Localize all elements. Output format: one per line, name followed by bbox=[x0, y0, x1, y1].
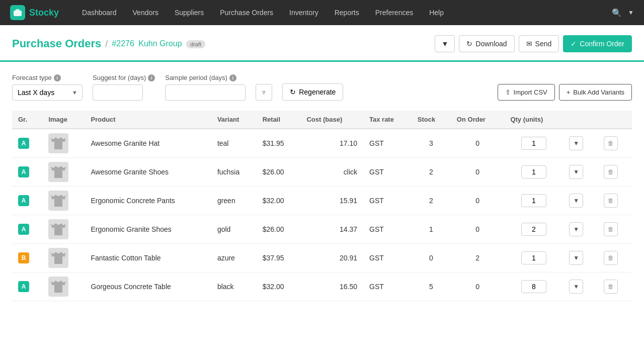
order-id-link[interactable]: #2276 bbox=[112, 39, 134, 48]
nav-inventory[interactable]: Inventory bbox=[281, 0, 327, 25]
cost-value: 15.91 bbox=[340, 197, 357, 205]
page-header: Purchase Orders / #2276 Kuhn Group draft… bbox=[0, 25, 644, 52]
cell-variant: teal bbox=[211, 129, 257, 158]
cell-product: Awesome Granite Hat bbox=[85, 129, 211, 158]
confirm-order-button[interactable]: ✓ Confirm Order bbox=[563, 35, 632, 52]
filter-button[interactable]: ▿ bbox=[256, 84, 272, 101]
qty-input[interactable] bbox=[521, 194, 546, 207]
cell-on-order: 0 bbox=[451, 187, 505, 215]
row-delete-button[interactable]: 🗑 bbox=[604, 280, 618, 294]
cell-variant: black bbox=[211, 273, 257, 301]
tax-rate: GST bbox=[369, 139, 384, 147]
row-delete-button[interactable]: 🗑 bbox=[604, 136, 618, 150]
main-content: Forecast type i Last X days ▼ Suggest fo… bbox=[0, 62, 644, 313]
import-csv-button[interactable]: ⇧ Import CSV bbox=[498, 84, 555, 101]
row-delete-button[interactable]: 🗑 bbox=[604, 251, 618, 265]
breadcrumb-main-link[interactable]: Purchase Orders bbox=[12, 37, 101, 50]
nav-suppliers[interactable]: Suppliers bbox=[167, 0, 212, 25]
cell-image bbox=[42, 187, 85, 215]
product-name: Fantastic Cotton Table bbox=[91, 254, 161, 262]
regenerate-button[interactable]: ↻ Regenerate bbox=[282, 83, 343, 101]
suggest-days-input[interactable]: 30 bbox=[93, 84, 143, 101]
search-icon[interactable]: 🔍 bbox=[612, 8, 622, 18]
product-image bbox=[48, 277, 68, 297]
cell-product: Fantastic Cotton Table bbox=[85, 244, 211, 273]
on-order-value: 0 bbox=[475, 139, 479, 147]
col-on-order: On Order bbox=[451, 111, 505, 129]
nav-vendors[interactable]: Vendors bbox=[125, 0, 167, 25]
qty-input[interactable] bbox=[521, 251, 546, 264]
retail-price: $37.95 bbox=[263, 254, 284, 262]
supplier-name-link[interactable]: Kuhn Group bbox=[138, 39, 182, 48]
nav-dashboard[interactable]: Dashboard bbox=[74, 0, 125, 25]
cell-variant: green bbox=[211, 187, 257, 215]
nav-preferences[interactable]: Preferences bbox=[367, 0, 421, 25]
nav-help[interactable]: Help bbox=[421, 0, 452, 25]
svg-rect-1 bbox=[16, 9, 20, 12]
cell-tax: GST bbox=[363, 129, 412, 158]
download-icon: ↻ bbox=[466, 40, 472, 48]
row-delete-button[interactable]: 🗑 bbox=[604, 165, 618, 179]
on-order-value: 0 bbox=[475, 168, 479, 176]
forecast-type-select[interactable]: Last X days bbox=[12, 84, 83, 101]
nav-purchase-orders[interactable]: Purchase Orders bbox=[212, 0, 281, 25]
product-image bbox=[48, 133, 68, 153]
cell-qty bbox=[504, 244, 563, 273]
row-dropdown-button[interactable]: ▼ bbox=[569, 136, 583, 150]
cell-image bbox=[42, 129, 85, 158]
cell-row-dropdown: ▼ bbox=[563, 158, 597, 187]
forecast-type-label: Forecast type i bbox=[12, 74, 83, 81]
products-table: Gr. Image Product Variant Retail Cost (b… bbox=[12, 111, 632, 301]
sample-period-input[interactable]: 60 bbox=[165, 84, 246, 101]
sample-period-info-icon[interactable]: i bbox=[229, 74, 236, 81]
col-qty: Qty (units) bbox=[504, 111, 563, 129]
qty-input[interactable] bbox=[521, 165, 546, 178]
cell-image bbox=[42, 215, 85, 244]
retail-price: $31.95 bbox=[263, 139, 284, 147]
product-image bbox=[48, 191, 68, 211]
suggest-days-info-icon[interactable]: i bbox=[148, 74, 155, 81]
forecast-type-group: Forecast type i Last X days ▼ bbox=[12, 74, 83, 101]
row-dropdown-button[interactable]: ▼ bbox=[569, 280, 583, 294]
nav-reports[interactable]: Reports bbox=[327, 0, 367, 25]
cell-cost: 20.91 bbox=[300, 244, 363, 273]
qty-input[interactable] bbox=[521, 137, 546, 150]
col-cost: Cost (base) bbox=[300, 111, 363, 129]
breadcrumb: Purchase Orders / #2276 Kuhn Group draft bbox=[12, 37, 205, 50]
cost-value: 16.50 bbox=[340, 283, 357, 291]
app-logo[interactable]: Stocky bbox=[10, 5, 59, 20]
bulk-add-variants-button[interactable]: + Bulk Add Variants bbox=[559, 84, 632, 101]
qty-input[interactable] bbox=[521, 280, 546, 293]
cell-row-delete: 🗑 bbox=[598, 244, 632, 273]
product-image bbox=[48, 219, 68, 239]
cell-cost: 15.91 bbox=[300, 187, 363, 215]
forecast-type-info-icon[interactable]: i bbox=[54, 74, 61, 81]
row-dropdown-button[interactable]: ▼ bbox=[569, 165, 583, 179]
variant-name: green bbox=[217, 197, 235, 205]
cell-cost: 14.37 bbox=[300, 215, 363, 244]
send-button[interactable]: ✉ Send bbox=[519, 35, 559, 52]
navbar: Stocky Dashboard Vendors Suppliers Purch… bbox=[0, 0, 644, 25]
cell-variant: gold bbox=[211, 215, 257, 244]
cell-qty bbox=[504, 273, 563, 301]
row-delete-button[interactable]: 🗑 bbox=[604, 222, 618, 236]
grade-badge: A bbox=[18, 195, 29, 206]
row-delete-button[interactable]: 🗑 bbox=[604, 194, 618, 208]
user-menu-caret[interactable]: ▼ bbox=[628, 9, 634, 16]
table-row: A Awesome Granite Hat teal $31.95 17.10 … bbox=[12, 129, 632, 158]
row-dropdown-button[interactable]: ▼ bbox=[569, 251, 583, 265]
cell-image bbox=[42, 273, 85, 301]
row-dropdown-button[interactable]: ▼ bbox=[569, 194, 583, 208]
download-button[interactable]: ↻ Download bbox=[459, 35, 514, 52]
qty-input[interactable] bbox=[521, 223, 546, 236]
retail-price: $32.00 bbox=[263, 197, 284, 205]
grade-badge: A bbox=[18, 166, 29, 177]
cell-qty bbox=[504, 129, 563, 158]
row-dropdown-button[interactable]: ▼ bbox=[569, 222, 583, 236]
stock-value: 0 bbox=[429, 254, 433, 262]
cell-row-delete: 🗑 bbox=[598, 158, 632, 187]
cell-product: Gorgeous Concrete Table bbox=[85, 273, 211, 301]
more-options-button[interactable]: ▼ bbox=[435, 35, 455, 52]
regen-icon: ↻ bbox=[290, 88, 296, 96]
cell-qty bbox=[504, 158, 563, 187]
